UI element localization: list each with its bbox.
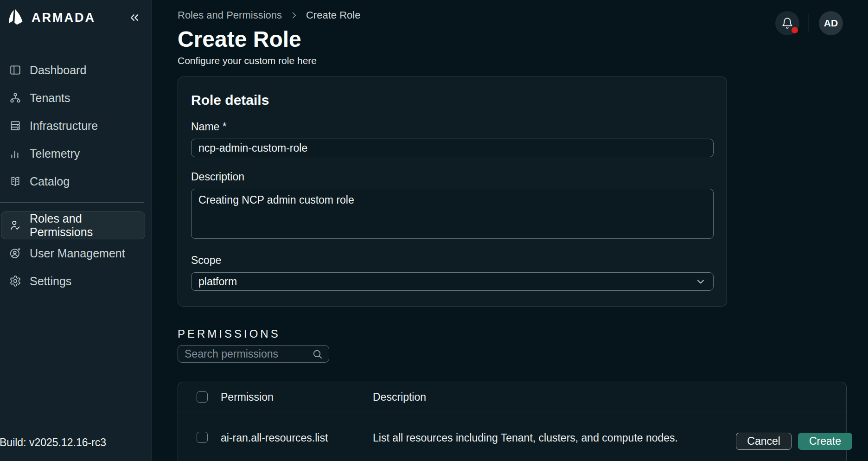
cancel-button[interactable]: Cancel <box>736 433 791 450</box>
roles-permissions-icon <box>9 219 21 231</box>
sidebar-item-settings[interactable]: Settings <box>1 267 145 295</box>
permissions-heading: PERMISSIONS <box>178 327 868 340</box>
notification-badge <box>791 27 798 33</box>
sidebar-item-label: Telemetry <box>30 147 80 160</box>
breadcrumb-create-role: Create Role <box>306 9 360 21</box>
sidebar-item-dashboard[interactable]: Dashboard <box>1 56 145 84</box>
dashboard-icon <box>9 64 21 76</box>
topbar-actions: AD <box>775 11 843 35</box>
sidebar-item-label: Roles and Permissions <box>30 212 145 239</box>
collapse-sidebar-icon[interactable] <box>128 11 141 24</box>
sidebar-item-label: User Management <box>30 247 125 260</box>
breadcrumb: Roles and Permissions Create Role <box>178 9 868 21</box>
sidebar-item-user-management[interactable]: User Management <box>1 239 145 267</box>
telemetry-icon <box>9 147 21 160</box>
sidebar-item-roles-and-permissions[interactable]: Roles and Permissions <box>1 211 145 239</box>
row-checkbox[interactable] <box>197 432 208 443</box>
role-details-heading: Role details <box>191 92 714 108</box>
build-version: Build: v2025.12.16-rc3 <box>0 436 106 449</box>
logo-row: ARMADA <box>0 0 152 35</box>
name-field[interactable] <box>191 139 714 157</box>
scope-select[interactable]: platform <box>191 272 714 291</box>
brand-name: ARMADA <box>32 11 96 25</box>
sidebar-item-telemetry[interactable]: Telemetry <box>1 140 145 167</box>
bell-icon <box>781 17 793 29</box>
catalog-icon <box>9 175 21 187</box>
footer-actions: Cancel Create <box>736 433 852 450</box>
column-header-description: Description <box>373 391 846 403</box>
create-button[interactable]: Create <box>798 433 852 450</box>
scope-label: Scope <box>191 254 714 267</box>
main-content: Roles and Permissions Create Role Create… <box>152 0 868 461</box>
description-label: Description <box>191 171 714 183</box>
permissions-search <box>178 345 329 363</box>
sidebar-item-label: Tenants <box>30 91 70 105</box>
role-details-card: Role details Name * Description Creating… <box>178 77 727 307</box>
description-field[interactable]: Creating NCP admin custom role <box>191 189 714 239</box>
search-permissions-input[interactable] <box>178 345 329 363</box>
avatar[interactable]: AD <box>819 11 843 35</box>
breadcrumb-roles-and-permissions[interactable]: Roles and Permissions <box>178 9 282 21</box>
page-title: Create Role <box>178 25 868 54</box>
sidebar-item-tenants[interactable]: Tenants <box>1 84 145 112</box>
name-label: Name * <box>191 121 714 133</box>
user-management-icon <box>9 247 21 259</box>
sidebar-item-catalog[interactable]: Catalog <box>1 167 145 195</box>
settings-icon <box>9 275 21 287</box>
chevron-down-icon <box>695 276 706 287</box>
tenants-icon <box>9 92 21 104</box>
sidebar-nav-primary: Dashboard Tenants Infrastructure <box>0 35 152 195</box>
topbar-divider <box>809 14 809 32</box>
sidebar-item-label: Catalog <box>30 175 70 188</box>
sidebar: ARMADA Dashboard Tenants <box>0 0 152 461</box>
permissions-table-header: Permission Description <box>178 382 846 412</box>
search-icon[interactable] <box>312 349 323 359</box>
infrastructure-icon <box>9 120 21 132</box>
sidebar-item-infrastructure[interactable]: Infrastructure <box>1 112 145 140</box>
scope-selected-value: platform <box>198 275 237 288</box>
column-header-permission: Permission <box>221 391 373 403</box>
sidebar-nav-secondary: Roles and Permissions User Management <box>0 203 152 295</box>
sidebar-item-label: Dashboard <box>30 64 86 77</box>
notifications-button[interactable] <box>775 11 799 35</box>
page-subtitle: Configure your custom role here <box>178 55 868 66</box>
sidebar-item-label: Infrastructure <box>30 119 98 133</box>
permission-name: ai-ran.all-resources.list <box>221 432 373 444</box>
select-all-checkbox[interactable] <box>197 391 208 403</box>
chevron-right-icon <box>289 11 299 20</box>
sidebar-item-label: Settings <box>30 275 71 288</box>
armada-logo-icon <box>7 8 27 27</box>
